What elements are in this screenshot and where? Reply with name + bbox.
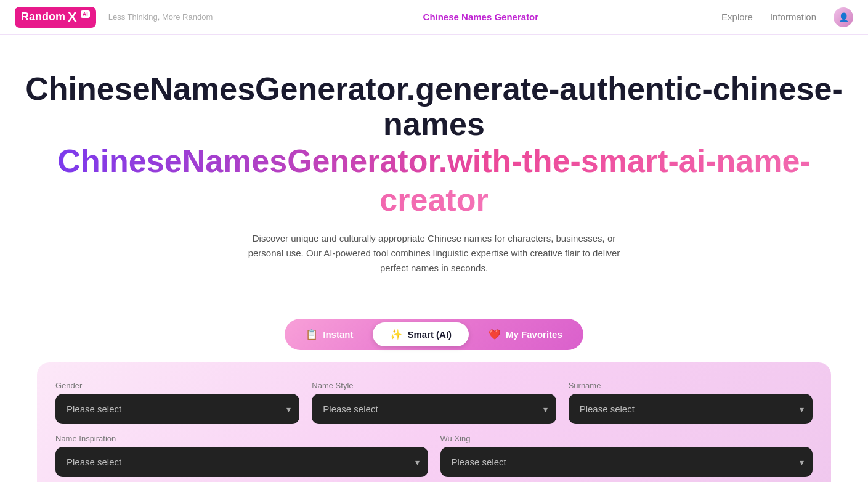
hero-title-line2: ChineseNamesGenerator.with-the-smart-ai-… [57,143,810,217]
instant-icon: 📋 [306,329,318,340]
tabs-wrapper: 📋 Instant ✨ Smart (AI) ❤️ My Favorites [0,319,868,350]
tab-instant-label: Instant [323,329,353,340]
navbar-center-link[interactable]: Chinese Names Generator [301,12,661,22]
hero-title-black: ChineseNamesGenerator.generate-authentic… [25,71,843,219]
nav-avatar[interactable]: 👤 [834,7,853,27]
hero-title-line1: ChineseNamesGenerator.generate-authentic… [25,71,842,142]
tab-smart[interactable]: ✨ Smart (AI) [373,322,469,346]
field-gender: Gender Please select ▾ [55,381,299,424]
hero-subtitle: Discover unique and culturally appropria… [234,231,635,276]
nav-link-information[interactable]: Information [770,12,816,22]
select-wrapper-wu-xing: Please select ▾ [440,447,813,477]
label-name-inspiration: Name Inspiration [55,434,428,443]
logo-text: Random [21,10,65,23]
navbar-links: Explore Information 👤 [673,7,853,27]
label-surname: Surname [569,381,813,390]
field-name-style: Name Style Please select ▾ [312,381,556,424]
label-name-style: Name Style [312,381,556,390]
select-wrapper-surname: Please select ▾ [569,394,813,424]
tab-instant[interactable]: 📋 Instant [288,322,370,346]
select-gender[interactable]: Please select [55,394,299,424]
select-name-inspiration[interactable]: Please select [55,447,428,477]
navbar-tagline: Less Thinking, More Random [108,12,288,22]
smart-icon: ✨ [390,329,402,340]
logo-x: X [68,9,77,25]
select-name-style[interactable]: Please select [312,394,556,424]
tab-favorites[interactable]: ❤️ My Favorites [471,322,580,346]
field-surname: Surname Please select ▾ [569,381,813,424]
favorites-icon: ❤️ [489,329,501,340]
form-row-2: Name Inspiration Please select ▾ Wu Xing… [55,434,813,477]
tab-favorites-label: My Favorites [506,329,562,340]
field-name-inspiration: Name Inspiration Please select ▾ [55,434,428,477]
label-wu-xing: Wu Xing [440,434,813,443]
field-wu-xing: Wu Xing Please select ▾ [440,434,813,477]
select-wrapper-gender: Please select ▾ [55,394,299,424]
logo-ai-badge: AI [81,10,90,18]
form-card: Gender Please select ▾ Name Style Please… [37,362,831,482]
select-wu-xing[interactable]: Please select [440,447,813,477]
tabs-bar: 📋 Instant ✨ Smart (AI) ❤️ My Favorites [285,319,583,350]
form-row-1: Gender Please select ▾ Name Style Please… [55,381,813,424]
select-wrapper-name-style: Please select ▾ [312,394,556,424]
hero-section: ChineseNamesGenerator.generate-authentic… [0,35,868,294]
tab-smart-label: Smart (AI) [407,329,452,340]
logo[interactable]: Random X AI [15,7,96,28]
select-surname[interactable]: Please select [569,394,813,424]
label-gender: Gender [55,381,299,390]
nav-link-explore[interactable]: Explore [721,12,753,22]
select-wrapper-name-inspiration: Please select ▾ [55,447,428,477]
navbar: Random X AI Less Thinking, More Random C… [0,0,868,35]
